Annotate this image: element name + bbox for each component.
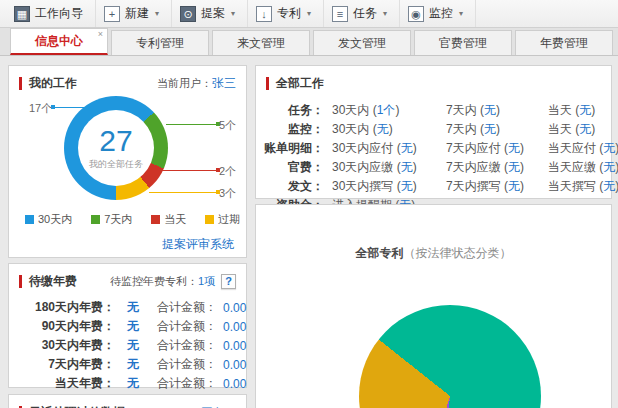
panel-all-work: 全部工作 任务： 30天内 (1个) 7天内 (无) 当天 (无) 监控： 30… (255, 65, 612, 199)
count-link[interactable]: 无 (579, 103, 591, 117)
callout-label-overdue: 3个 (219, 186, 236, 201)
count-link[interactable]: 无 (508, 179, 520, 193)
work-cell: 当天应付 (无) (548, 140, 618, 157)
patent-icon: ↓ (256, 6, 272, 22)
tab-label: 官费管理 (439, 36, 487, 50)
row-label: 账单明细： (256, 140, 332, 157)
table-row: 30天内年费：无合计金额：0.00 (9, 336, 246, 355)
patents-by-legal-status-pie-chart[interactable] (359, 305, 541, 408)
proposal-review-system-link[interactable]: 提案评审系统 (162, 236, 234, 253)
row-label: 监控： (256, 121, 332, 138)
proposal-icon: ⊙ (180, 6, 196, 22)
count-link[interactable]: 无 (603, 160, 615, 174)
fee-label: 30天内年费： (15, 337, 115, 354)
table-row: 7天内年费：无合计金额：0.00 (9, 355, 246, 374)
panel-title: 我的工作 (29, 75, 77, 92)
pie-chart-title: 全部专利（按法律状态分类） (256, 245, 611, 262)
tab-bar: 信息中心 × 专利管理 来文管理 发文管理 官费管理 年费管理 (0, 28, 618, 56)
fee-label: 180天内年费： (15, 299, 115, 316)
toolbar-button-monitor[interactable]: ◉ 监控 ▾ (400, 0, 476, 27)
count-link[interactable]: 1个 (377, 103, 396, 117)
fee-value-link[interactable]: 无 (115, 375, 151, 392)
table-row: 任务： 30天内 (1个) 7天内 (无) 当天 (无) (256, 101, 611, 120)
toolbar-button-work-wizard[interactable]: ▦ 工作向导 (6, 0, 96, 27)
callout-line-today (161, 170, 216, 171)
table-row: 当天年费：无合计金额：0.00 (9, 374, 246, 393)
tab-label: 来文管理 (237, 36, 285, 50)
work-cell: 30天内应缴 (无) (332, 159, 446, 176)
chevron-down-icon: ▾ (383, 9, 387, 18)
count-link[interactable]: 无 (603, 141, 615, 155)
toolbar-button-new[interactable]: + 新建 ▾ (96, 0, 172, 27)
chevron-down-icon: ▾ (307, 9, 311, 18)
count-link[interactable]: 无 (484, 103, 496, 117)
total-label: 合计金额： (151, 318, 223, 335)
work-cell: 30天内应付 (无) (332, 140, 446, 157)
toolbar-button-proposal[interactable]: ⊙ 提案 ▾ (172, 0, 248, 27)
fee-label: 当天年费： (15, 375, 115, 392)
legend-swatch (151, 215, 160, 224)
count-link[interactable]: 无 (603, 179, 615, 193)
callout-label-today: 2个 (219, 164, 236, 179)
count-link[interactable]: 无 (484, 122, 496, 136)
legend-label: 过期 (218, 212, 240, 227)
monitored-annuity-count-link[interactable]: 1项 (198, 274, 215, 289)
help-icon[interactable]: ? (221, 274, 236, 289)
donut-center: 27 我的全部任务 (78, 110, 154, 186)
current-user-link[interactable]: 张三 (212, 75, 236, 92)
row-label: 发文： (256, 178, 332, 195)
fee-label: 90天内年费： (15, 318, 115, 335)
count-link[interactable]: 无 (377, 122, 389, 136)
count-link[interactable]: 无 (401, 179, 413, 193)
toolbar-button-patent[interactable]: ↓ 专利 ▾ (248, 0, 324, 27)
legend-item-7d: 7天内 (91, 212, 132, 227)
legend-label: 当天 (164, 212, 186, 227)
legend-item-overdue: 过期 (205, 212, 240, 227)
toolbar-button-label: 提案 (201, 5, 225, 22)
legend-swatch (205, 215, 214, 224)
tab-annuity-mgmt[interactable]: 年费管理 (515, 30, 613, 55)
task-icon: ≡ (332, 6, 348, 22)
tab-info-center[interactable]: 信息中心 × (10, 28, 108, 55)
chevron-down-icon: ▾ (155, 9, 159, 18)
table-row: 90天内年费：无合计金额：0.00 (9, 317, 246, 336)
chevron-down-icon: ▾ (231, 9, 235, 18)
panel-title: 待缴年费 (29, 273, 77, 290)
work-cell: 当天应缴 (无) (548, 159, 618, 176)
count-link[interactable]: 无 (401, 160, 413, 174)
total-label: 合计金额： (151, 356, 223, 373)
count-link[interactable]: 无 (579, 122, 591, 136)
close-icon[interactable]: × (98, 30, 103, 39)
app-window: ▦ 工作向导 + 新建 ▾ ⊙ 提案 ▾ ↓ 专利 ▾ ≡ 任务 ▾ ◉ 监控 … (0, 0, 618, 408)
work-cell: 7天内应付 (无) (446, 140, 548, 157)
legend-swatch (91, 215, 100, 224)
fee-value-link[interactable]: 无 (115, 337, 151, 354)
count-link[interactable]: 无 (508, 160, 520, 174)
my-tasks-donut-chart[interactable]: 27 我的全部任务 (64, 96, 168, 200)
toolbar-button-task[interactable]: ≡ 任务 ▾ (324, 0, 400, 27)
count-link[interactable]: 无 (401, 141, 413, 155)
toolbar-button-label: 工作向导 (35, 5, 83, 22)
legend-label: 7天内 (104, 212, 132, 227)
work-cell: 当天撰写 (无) (548, 178, 618, 195)
count-link[interactable]: 无 (508, 141, 520, 155)
work-cell: 30天内撰写 (无) (332, 178, 446, 195)
legend-item-30d: 30天内 (25, 212, 72, 227)
monitored-annuity-label: 待监控年费专利： (110, 274, 198, 289)
table-row: 发文： 30天内撰写 (无) 7天内撰写 (无) 当天撰写 (无) (256, 177, 611, 196)
donut-legend: 30天内 7天内 当天 过期 (25, 212, 240, 227)
tab-incoming-doc-mgmt[interactable]: 来文管理 (212, 30, 310, 55)
fee-value-link[interactable]: 无 (115, 318, 151, 335)
fee-value-link[interactable]: 无 (115, 299, 151, 316)
tab-official-fee-mgmt[interactable]: 官费管理 (414, 30, 512, 55)
fee-value-link[interactable]: 无 (115, 356, 151, 373)
panel-all-patents: 全部专利（按法律状态分类） (255, 204, 612, 408)
pie-title-main: 全部专利 (356, 246, 404, 260)
callout-label-7d: 5个 (219, 118, 236, 133)
panel-title: 最近处理过的数据 (29, 404, 125, 408)
tab-outgoing-doc-mgmt[interactable]: 发文管理 (313, 30, 411, 55)
donut-total-value: 27 (99, 126, 132, 156)
callout-line-30d (55, 107, 91, 108)
tab-label: 信息中心 (35, 34, 83, 48)
tab-patent-mgmt[interactable]: 专利管理 (111, 30, 209, 55)
